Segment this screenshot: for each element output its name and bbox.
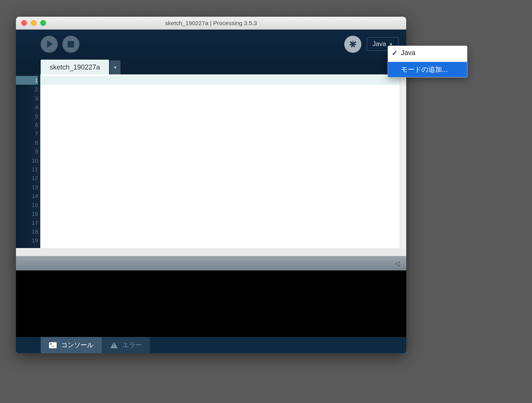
- mode-dropdown-menu: Java モードの追加...: [388, 46, 467, 77]
- console-tab-label: コンソール: [61, 341, 93, 349]
- collapse-console-icon[interactable]: ◁: [395, 260, 399, 267]
- mode-label: Java: [372, 40, 386, 48]
- tab-bar: sketch_190227a ▼: [16, 58, 406, 74]
- console-icon: [49, 342, 57, 348]
- line-gutter: 1 2 3 4 5 6 7 8 9 10 11 12 13 14 15 16 1…: [16, 74, 40, 248]
- chevron-down-icon: ▼: [113, 65, 117, 70]
- line-number: 9: [16, 147, 38, 156]
- footer-tabs: コンソール エラー: [16, 337, 406, 353]
- tab-menu-button[interactable]: ▼: [110, 60, 120, 74]
- line-number: 2: [16, 85, 38, 93]
- play-icon: [47, 40, 53, 48]
- tab-console[interactable]: コンソール: [41, 337, 102, 353]
- minimize-icon[interactable]: [31, 20, 36, 26]
- window-controls: [21, 20, 46, 26]
- active-line: [40, 76, 400, 85]
- titlebar[interactable]: sketch_190227a | Processing 3.5.3: [16, 17, 406, 30]
- error-tab-label: エラー: [122, 341, 142, 349]
- status-bar: ◁: [16, 256, 406, 270]
- toolbar: Java ▼: [16, 30, 406, 58]
- warning-icon: [110, 342, 118, 348]
- line-number: 12: [16, 174, 38, 182]
- butterfly-icon: [348, 39, 358, 49]
- line-number: 13: [16, 183, 38, 191]
- menu-item-add-mode[interactable]: モードの追加...: [388, 62, 467, 77]
- debug-button[interactable]: [344, 36, 361, 53]
- editor-divider: [16, 248, 406, 256]
- tab-errors[interactable]: エラー: [102, 337, 150, 353]
- line-number: 8: [16, 138, 38, 147]
- maximize-icon[interactable]: [40, 20, 46, 26]
- console-output[interactable]: [16, 270, 406, 337]
- line-number: 5: [16, 112, 38, 120]
- window-title: sketch_190227a | Processing 3.5.3: [16, 20, 406, 27]
- close-icon[interactable]: [21, 20, 27, 26]
- menu-separator: [388, 61, 467, 61]
- line-number: 1: [16, 76, 38, 85]
- code-area[interactable]: [40, 74, 400, 248]
- line-number: 6: [16, 120, 38, 129]
- stop-button[interactable]: [62, 36, 79, 53]
- line-number: 7: [16, 129, 38, 138]
- line-number: 14: [16, 191, 38, 200]
- menu-item-java[interactable]: Java: [388, 46, 467, 60]
- line-number: 16: [16, 209, 38, 218]
- editor: 1 2 3 4 5 6 7 8 9 10 11 12 13 14 15 16 1…: [16, 74, 406, 248]
- line-number: 3: [16, 94, 38, 103]
- stop-icon: [68, 41, 74, 47]
- line-number: 18: [16, 227, 38, 236]
- line-number: 10: [16, 156, 38, 165]
- line-number: 19: [16, 236, 38, 245]
- app-window: sketch_190227a | Processing 3.5.3 Java ▼…: [16, 17, 406, 353]
- line-number: 11: [16, 165, 38, 174]
- run-button[interactable]: [41, 36, 58, 53]
- vertical-scrollbar[interactable]: [400, 74, 406, 248]
- line-number: 17: [16, 218, 38, 227]
- sketch-tab[interactable]: sketch_190227a: [41, 60, 109, 74]
- line-number: 15: [16, 201, 38, 209]
- line-number: 4: [16, 103, 38, 111]
